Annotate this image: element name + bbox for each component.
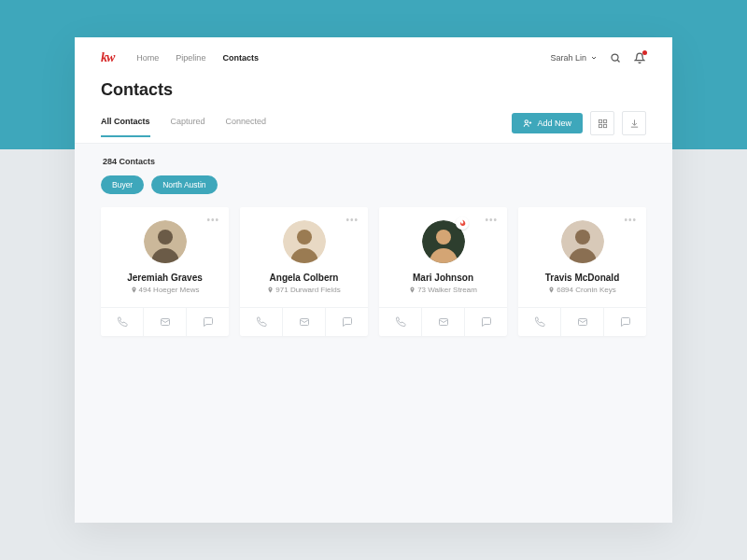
page-title: Contacts [101, 80, 646, 100]
brand-logo[interactable]: kw [101, 50, 114, 65]
svg-line-1 [617, 60, 619, 62]
contact-name: Jeremiah Graves [127, 273, 203, 283]
contact-card[interactable]: •••Travis McDonald6894 Cronin Keys [518, 207, 646, 336]
hot-badge [456, 217, 469, 230]
phone-button[interactable] [101, 308, 143, 336]
tabs: All ContactsCapturedConnected [101, 117, 266, 137]
svg-rect-5 [599, 119, 601, 122]
avatar-wrap [422, 217, 465, 263]
email-button[interactable] [282, 308, 325, 336]
email-button[interactable] [560, 308, 603, 336]
filter-chip[interactable]: Buyer [101, 175, 144, 194]
top-nav: kw HomePipelineContacts Sarah Lin [75, 37, 672, 75]
contact-name: Angela Colbern [270, 273, 339, 283]
chat-icon [342, 316, 353, 328]
contact-card[interactable]: •••Mari Johnson73 Walker Stream [379, 207, 507, 336]
content-body: 284 Contacts BuyerNorth Austin •••Jeremi… [75, 144, 672, 523]
contact-name: Mari Johnson [413, 273, 473, 283]
svg-point-13 [297, 230, 312, 245]
message-button[interactable] [603, 308, 646, 336]
contact-card[interactable]: •••Angela Colbern971 Durward Fields [240, 207, 368, 336]
avatar-wrap [283, 217, 326, 263]
card-actions [518, 307, 646, 336]
message-button[interactable] [464, 308, 507, 336]
svg-point-2 [526, 120, 529, 123]
phone-icon [534, 316, 545, 328]
phone-button[interactable] [518, 308, 560, 336]
nav-items: HomePipelineContacts [136, 53, 259, 63]
notifications-button[interactable] [633, 51, 646, 64]
contact-card[interactable]: •••Jeremiah Graves494 Hoeger Mews [101, 207, 229, 336]
tab-all-contacts[interactable]: All Contacts [101, 117, 150, 137]
card-actions [379, 307, 507, 336]
svg-point-16 [436, 230, 451, 245]
phone-button[interactable] [240, 308, 282, 336]
flame-icon [458, 219, 466, 227]
contact-address: 6894 Cronin Keys [548, 286, 616, 294]
tab-connected[interactable]: Connected [226, 117, 267, 137]
svg-point-10 [158, 230, 173, 245]
chat-icon [481, 316, 492, 328]
avatar [283, 220, 326, 263]
card-actions [240, 307, 368, 336]
card-menu-button[interactable]: ••• [485, 215, 498, 225]
app-window: kw HomePipelineContacts Sarah Lin [75, 37, 672, 523]
grid-icon [598, 119, 608, 129]
pin-icon [409, 287, 416, 293]
chevron-down-icon [590, 54, 598, 62]
contact-address: 73 Walker Stream [409, 286, 477, 294]
contact-address: 971 Durward Fields [267, 286, 340, 294]
mail-icon [577, 316, 588, 328]
phone-icon [395, 316, 406, 328]
avatar [144, 220, 187, 263]
pin-icon [267, 287, 274, 293]
user-menu[interactable]: Sarah Lin [550, 53, 598, 63]
phone-button[interactable] [379, 308, 421, 336]
contacts-count: 284 Contacts [103, 157, 646, 166]
add-new-button[interactable]: Add New [512, 113, 583, 133]
tabs-row: All ContactsCapturedConnected Add New [75, 100, 672, 144]
svg-rect-6 [603, 119, 606, 122]
notification-dot [642, 50, 647, 55]
avatar [561, 220, 604, 263]
svg-point-0 [612, 54, 618, 61]
download-icon [629, 119, 640, 129]
contact-address: 494 Hoeger Mews [131, 286, 200, 294]
nav-item-home[interactable]: Home [136, 53, 159, 63]
avatar-wrap [561, 217, 604, 263]
tab-captured[interactable]: Captured [171, 117, 205, 137]
page-heading: Contacts [75, 75, 672, 100]
svg-point-19 [575, 230, 590, 245]
export-button[interactable] [622, 111, 646, 135]
pin-icon [548, 287, 555, 293]
card-menu-button[interactable]: ••• [624, 215, 637, 225]
chat-icon [203, 316, 214, 328]
card-actions [101, 307, 229, 336]
search-icon [610, 52, 621, 63]
svg-rect-7 [599, 124, 601, 127]
grid-toggle-button[interactable] [590, 111, 614, 135]
nav-item-contacts[interactable]: Contacts [222, 53, 259, 63]
email-button[interactable] [143, 308, 186, 336]
filter-chip[interactable]: North Austin [151, 175, 217, 194]
contact-name: Travis McDonald [545, 273, 619, 283]
search-button[interactable] [609, 51, 622, 64]
card-menu-button[interactable]: ••• [206, 215, 219, 225]
phone-icon [256, 316, 267, 328]
mail-icon [160, 316, 171, 328]
filter-chips: BuyerNorth Austin [101, 175, 646, 194]
add-new-label: Add New [537, 119, 571, 128]
nav-item-pipeline[interactable]: Pipeline [176, 53, 205, 63]
email-button[interactable] [421, 308, 464, 336]
card-menu-button[interactable]: ••• [345, 215, 359, 225]
mail-icon [438, 316, 449, 328]
pin-icon [131, 287, 137, 293]
message-button[interactable] [325, 308, 368, 336]
message-button[interactable] [186, 308, 229, 336]
user-name: Sarah Lin [550, 53, 586, 63]
chat-icon [620, 316, 631, 328]
mail-icon [299, 316, 310, 328]
contact-cards: •••Jeremiah Graves494 Hoeger Mews•••Ange… [101, 207, 646, 336]
avatar-wrap [144, 217, 187, 263]
user-plus-icon [523, 119, 532, 128]
